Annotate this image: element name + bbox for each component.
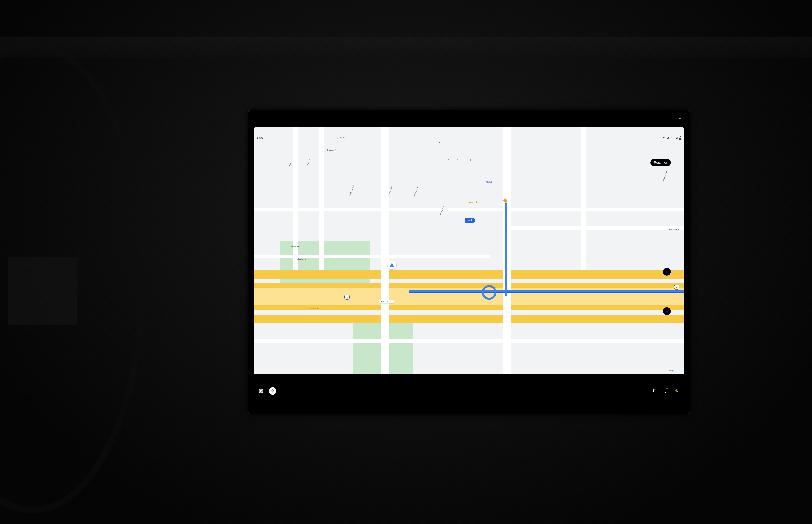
eta-badge[interactable]: 50 min <box>465 218 475 223</box>
poi-shell[interactable]: Shell <box>486 181 492 183</box>
infotainment-screen: 4:05 35°F <box>254 127 683 408</box>
street-label: Cypress Ave <box>336 136 346 138</box>
street-label: San Diego Ave <box>349 185 354 197</box>
park-label: Columbia Park <box>288 245 300 247</box>
window-minimize-button[interactable]: — <box>679 117 681 119</box>
street-label: Alturas Ave <box>297 258 306 260</box>
dashboard-trim <box>0 37 812 58</box>
route-interchange-loop <box>482 285 496 300</box>
recenter-button[interactable]: Recenter <box>650 159 671 166</box>
poi-dennys[interactable]: Denny's <box>469 201 478 203</box>
bell-icon <box>663 389 667 393</box>
highway-101-nb <box>254 270 683 279</box>
notification-dot-icon <box>666 388 668 389</box>
highway-shield-101: 101 <box>345 295 350 299</box>
current-location-marker[interactable] <box>387 260 396 269</box>
highway-101-sb <box>254 315 683 323</box>
google-maps-icon <box>269 387 277 395</box>
street-label: Almanor Ave <box>669 228 679 230</box>
window-titlebar: — □ ✕ <box>248 110 690 127</box>
street-label: E Weddell Dr <box>310 307 320 309</box>
launcher-icon <box>259 389 263 393</box>
zoom-in-button[interactable]: + <box>663 268 671 276</box>
poi-chevron[interactable]: Chevron Station Sunnyvale <box>447 159 471 161</box>
street-label: E Duane Ave <box>327 149 338 151</box>
vehicle-dashboard-scene: — □ ✕ 4:05 35°F <box>0 0 812 524</box>
highway-shield-101-east: 101 <box>674 285 679 290</box>
zoom-out-button[interactable]: − <box>663 307 671 315</box>
map-canvas[interactable]: 101 101 Morse Ave Morse Ave Cypress Ave … <box>254 127 683 374</box>
street-label: Morse Ave <box>306 158 311 167</box>
window-close-button[interactable]: ✕ <box>686 117 688 119</box>
street-label: Birchwood Ave <box>662 170 668 182</box>
street-label: Morse Ave <box>288 158 293 167</box>
street-label: Beechnut Ave <box>439 142 450 144</box>
infotainment-unit: — □ ✕ 4:05 35°F <box>248 110 690 414</box>
microphone-icon <box>675 388 679 394</box>
svg-rect-5 <box>676 390 677 391</box>
svg-point-3 <box>272 390 273 391</box>
current-road-label: Unknown road <box>379 300 395 303</box>
steering-wheel-controls <box>8 257 77 325</box>
music-note-icon <box>651 389 656 393</box>
music-button[interactable] <box>650 387 657 395</box>
maps-app-button[interactable] <box>269 387 277 395</box>
notifications-button[interactable] <box>661 387 669 395</box>
voice-assistant-button[interactable] <box>673 387 681 395</box>
system-navbar <box>254 374 683 408</box>
street-label: Manzanita Ave <box>413 185 419 197</box>
navigation-arrow-icon <box>390 263 394 267</box>
app-launcher-button[interactable] <box>257 387 265 395</box>
window-maximize-button[interactable]: □ <box>683 117 684 119</box>
map-attribution: Google <box>669 370 675 372</box>
